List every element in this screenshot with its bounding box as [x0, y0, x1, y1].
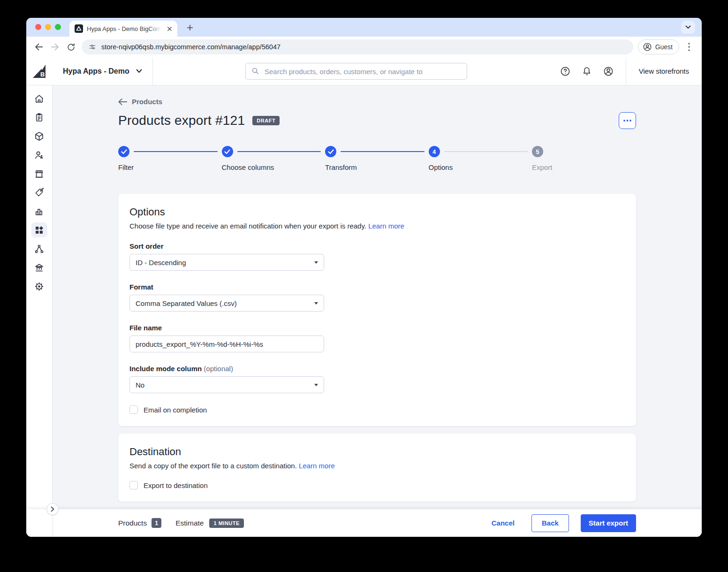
- step-check-icon: [118, 146, 129, 157]
- step-export[interactable]: 5 Export: [532, 146, 543, 171]
- step-check-icon: [325, 146, 336, 157]
- tab-search-chevron-button[interactable]: [681, 21, 695, 34]
- options-learn-more-link[interactable]: Learn more: [368, 222, 404, 230]
- guest-profile-button[interactable]: Guest: [638, 39, 679, 54]
- reload-icon[interactable]: [63, 39, 79, 55]
- app-body: Products Products export #121 DRAFT Filt…: [26, 85, 702, 509]
- back-icon[interactable]: [31, 39, 47, 55]
- include-mode-value: No: [136, 381, 144, 389]
- sidebar-item-b2b[interactable]: [31, 260, 47, 275]
- breadcrumb[interactable]: Products: [118, 98, 162, 106]
- step-choose-columns[interactable]: Choose columns: [222, 146, 326, 171]
- close-window-button[interactable]: [35, 24, 41, 30]
- step-check-icon: [222, 146, 233, 157]
- sidebar-item-storefront[interactable]: [31, 166, 47, 181]
- include-mode-label: Include mode column: [129, 365, 202, 373]
- format-value: Comma Separated Values (.csv): [136, 299, 237, 307]
- sidebar-item-home[interactable]: [31, 91, 47, 106]
- global-search: [245, 63, 467, 80]
- format-select[interactable]: Comma Separated Values (.csv): [129, 295, 324, 312]
- footer-products-label: Products: [118, 519, 147, 527]
- sidebar-item-customers[interactable]: [31, 147, 47, 162]
- account-icon[interactable]: [602, 65, 614, 77]
- cancel-button[interactable]: Cancel: [492, 519, 515, 527]
- site-settings-icon: [88, 43, 97, 51]
- caret-down-icon: [314, 302, 318, 305]
- sidebar-item-apps[interactable]: [31, 222, 47, 237]
- sidebar-nav: [26, 85, 53, 509]
- include-mode-select[interactable]: No: [129, 376, 324, 393]
- destination-card-title: Destination: [129, 446, 625, 458]
- url-text: store-nqivp06qsb.mybigcommerce.com/manag…: [101, 43, 281, 51]
- store-switcher[interactable]: Hypa Apps - Demo: [53, 57, 153, 85]
- checkbox-icon: [129, 481, 138, 489]
- footer-bar: Products 1 Estimate 1 MINUTE Cancel Back…: [26, 509, 702, 537]
- email-on-completion-checkbox[interactable]: Email on completion: [129, 405, 207, 414]
- bigcommerce-logo[interactable]: B: [26, 57, 53, 85]
- sidebar-item-channels[interactable]: [31, 241, 47, 256]
- footer-products-count-badge: 1: [152, 518, 161, 528]
- window-controls: [35, 24, 61, 30]
- store-name: Hypa Apps - Demo: [63, 67, 129, 76]
- minimize-window-button[interactable]: [45, 24, 51, 30]
- orders-icon: [34, 112, 45, 123]
- footer-estimate-badge: 1 MINUTE: [209, 519, 243, 528]
- sidebar-item-orders[interactable]: [31, 110, 47, 125]
- sidebar-item-analytics[interactable]: [31, 204, 47, 219]
- tab-title: Hypa Apps - Demo BigComm: [87, 25, 161, 32]
- url-bar[interactable]: store-nqivp06qsb.mybigcommerce.com/manag…: [82, 39, 633, 54]
- browser-menu-icon[interactable]: [682, 40, 696, 54]
- step-number: 5: [532, 146, 543, 157]
- back-button[interactable]: Back: [531, 514, 569, 532]
- breadcrumb-label: Products: [132, 98, 162, 106]
- settings-gear-icon: [34, 281, 45, 292]
- browser-toolbar: store-nqivp06qsb.mybigcommerce.com/manag…: [26, 37, 702, 57]
- step-label: Export: [532, 163, 543, 171]
- sidebar-expand-button[interactable]: [46, 503, 59, 515]
- more-actions-button[interactable]: [619, 112, 636, 129]
- analytics-icon: [34, 206, 45, 217]
- step-filter[interactable]: Filter: [118, 146, 222, 171]
- search-input[interactable]: [245, 63, 467, 80]
- main-content: Products Products export #121 DRAFT Filt…: [53, 85, 702, 509]
- svg-text:B: B: [40, 70, 45, 77]
- app-header: B Hypa Apps - Demo View storefronts: [26, 57, 702, 85]
- back-arrow-icon: [118, 98, 127, 106]
- sort-order-label: Sort order: [129, 242, 324, 250]
- chevron-right-icon: [51, 506, 54, 512]
- sort-order-select[interactable]: ID - Descending: [129, 254, 324, 271]
- new-tab-button[interactable]: [184, 22, 196, 34]
- maximize-window-button[interactable]: [55, 24, 61, 30]
- tab-strip: Hypa Apps - Demo BigComm: [26, 18, 702, 37]
- caret-down-icon: [314, 384, 318, 386]
- export-to-destination-checkbox[interactable]: Export to destination: [129, 481, 208, 489]
- file-name-input[interactable]: [136, 340, 318, 348]
- browser-tab[interactable]: Hypa Apps - Demo BigComm: [69, 21, 177, 37]
- step-label: Transform: [325, 163, 429, 171]
- step-transform[interactable]: Transform: [325, 146, 429, 171]
- sidebar-item-marketing[interactable]: [31, 185, 47, 200]
- bank-icon: [34, 262, 45, 273]
- destination-card: Destination Send a copy of the export fi…: [118, 434, 636, 502]
- tab-close-icon[interactable]: [165, 24, 174, 33]
- view-storefronts-button[interactable]: View storefronts: [626, 57, 702, 85]
- help-icon[interactable]: [559, 65, 571, 77]
- export-stepper: Filter Choose columns Transform 4 Option…: [118, 146, 543, 171]
- guest-label: Guest: [655, 43, 673, 51]
- chevron-down-icon: [136, 69, 142, 73]
- destination-learn-more-link[interactable]: Learn more: [299, 462, 335, 470]
- sidebar-item-products[interactable]: [31, 129, 47, 144]
- step-options[interactable]: 4 Options: [429, 146, 532, 171]
- marketing-tag-icon: [34, 187, 45, 198]
- sidebar-item-settings[interactable]: [31, 279, 47, 294]
- ellipsis-icon: [623, 120, 631, 122]
- forward-icon[interactable]: [47, 39, 63, 55]
- step-number: 4: [429, 146, 440, 157]
- format-label: Format: [129, 283, 324, 291]
- channels-icon: [34, 244, 45, 254]
- apps-icon: [34, 225, 45, 236]
- start-export-button[interactable]: Start export: [581, 514, 636, 532]
- home-icon: [34, 93, 45, 104]
- customers-icon: [34, 150, 45, 160]
- notifications-bell-icon[interactable]: [581, 65, 593, 77]
